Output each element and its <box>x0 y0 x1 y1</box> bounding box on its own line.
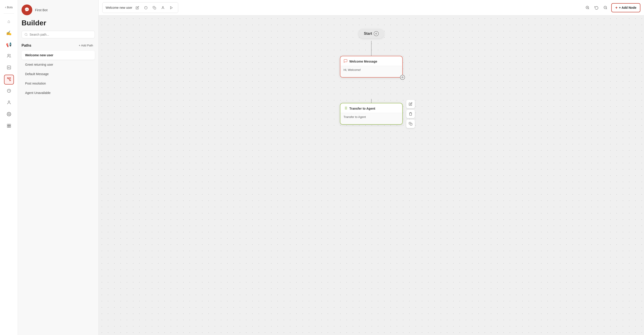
chat-icon: ✍ <box>6 30 12 36</box>
svg-point-25 <box>162 6 164 8</box>
svg-rect-24 <box>154 7 156 9</box>
node-delete-button[interactable] <box>406 110 415 118</box>
path-item-default-message[interactable]: Default Message <box>22 70 95 78</box>
reports-icon <box>7 65 11 71</box>
chevron-left-icon: ‹ <box>5 6 6 9</box>
svg-point-18 <box>27 9 28 10</box>
zoom-out-button[interactable] <box>602 4 610 12</box>
path-name-pill: Welcome new user <box>102 2 178 13</box>
transfer-agent-node[interactable]: Transfer to Agent Transfer to Agent <box>340 103 403 125</box>
svg-marker-26 <box>170 6 172 9</box>
sidebar-item-chat[interactable]: ✍ <box>4 28 14 38</box>
copy-node-icon <box>409 122 412 126</box>
user-assign-icon <box>161 6 164 10</box>
path-item-agent-unavailable[interactable]: Agent Unavailable <box>22 88 95 97</box>
sidebar-item-tips[interactable] <box>4 86 14 96</box>
edit-node-icon <box>409 102 412 106</box>
svg-line-20 <box>27 35 27 36</box>
back-bots-button[interactable]: ‹ Bots <box>0 4 18 11</box>
bot-logo <box>22 4 32 15</box>
zoom-in-button[interactable] <box>584 4 592 12</box>
icon-nav: ‹ Bots ⌂ ✍ 📢 <box>0 0 18 335</box>
connector-start-to-welcome <box>371 41 372 56</box>
flow-icon <box>7 77 11 82</box>
play-icon <box>170 6 173 10</box>
transfer-node-header: Transfer to Agent <box>340 103 402 113</box>
svg-point-19 <box>25 33 27 36</box>
svg-point-17 <box>26 9 26 10</box>
sidebar-item-settings[interactable] <box>4 110 14 120</box>
node-copy-button[interactable] <box>406 120 415 128</box>
assign-path-button[interactable] <box>160 4 166 11</box>
transfer-node-title: Transfer to Agent <box>349 107 375 110</box>
bot-name: First Bot <box>35 8 48 12</box>
main-area: Welcome new user <box>99 0 644 335</box>
delete-node-icon <box>409 112 412 116</box>
edit-path-button[interactable] <box>134 4 141 11</box>
welcome-message-node[interactable]: Welcome Message Hi, Welcome! <box>340 56 403 78</box>
transfer-node-icon <box>344 106 348 111</box>
search-icon <box>24 33 28 36</box>
edit-icon <box>136 6 139 10</box>
info-icon <box>144 6 148 10</box>
sidebar-item-agents[interactable] <box>4 98 14 108</box>
current-path-name: Welcome new user <box>106 6 132 10</box>
svg-point-7 <box>10 77 10 78</box>
sidebar-item-broadcast[interactable]: 📢 <box>4 40 14 50</box>
svg-line-32 <box>606 8 607 9</box>
sidebar: First Bot Builder Paths + Add Path Welco… <box>18 0 99 335</box>
svg-line-28 <box>588 8 589 9</box>
add-path-button[interactable]: + Add Path <box>77 43 95 48</box>
undo-button[interactable] <box>592 4 600 12</box>
paths-header: Paths + Add Path <box>22 43 95 48</box>
svg-rect-13 <box>7 124 9 126</box>
toolbar: Welcome new user <box>99 0 644 16</box>
bot-header: First Bot <box>22 4 95 15</box>
svg-point-12 <box>8 114 10 114</box>
paths-label: Paths <box>22 44 32 48</box>
page-title: Builder <box>22 19 95 27</box>
transfer-node-content: Transfer to Agent <box>344 115 366 118</box>
add-node-label: + Add Node <box>619 6 636 10</box>
output-dot-icon <box>402 76 404 78</box>
canvas: Start Welcome Message Hi, Wel <box>99 16 644 335</box>
path-item-greet-returning[interactable]: Greet returning user <box>22 60 95 69</box>
svg-rect-16 <box>9 126 10 127</box>
play-path-button[interactable] <box>168 4 175 11</box>
svg-rect-15 <box>7 126 9 127</box>
sidebar-item-reports[interactable] <box>4 63 14 73</box>
sidebar-item-home[interactable]: ⌂ <box>4 16 14 26</box>
sidebar-item-flow[interactable] <box>4 75 14 84</box>
copy-icon <box>153 6 156 10</box>
svg-line-9 <box>8 78 10 80</box>
svg-rect-14 <box>9 124 10 126</box>
welcome-node-title: Welcome Message <box>349 60 377 63</box>
svg-point-6 <box>10 80 10 81</box>
nav-divider <box>4 14 14 14</box>
message-node-icon <box>344 59 348 64</box>
zoom-in-icon <box>586 6 590 10</box>
path-list: Welcome new user Greet returning user De… <box>22 51 95 97</box>
welcome-node-content: Hi, Welcome! <box>344 68 361 72</box>
node-action-buttons <box>406 100 415 128</box>
path-item-welcome-new-user[interactable]: Welcome new user <box>22 51 95 60</box>
welcome-node-output-dot[interactable] <box>400 75 405 80</box>
add-node-button[interactable]: + + Add Node <box>611 3 640 12</box>
path-item-post-resolution[interactable]: Post resolution <box>22 79 95 88</box>
start-node: Start <box>358 29 384 38</box>
start-dot <box>374 31 379 36</box>
info-path-button[interactable] <box>142 4 149 11</box>
broadcast-icon: 📢 <box>6 42 12 47</box>
home-icon: ⌂ <box>8 19 10 24</box>
add-node-plus-icon: + <box>615 6 618 10</box>
integrations-icon <box>7 124 11 129</box>
sidebar-item-integrations[interactable] <box>4 121 14 131</box>
node-edit-button[interactable] <box>406 100 415 108</box>
svg-point-0 <box>8 54 9 56</box>
sidebar-item-contacts[interactable] <box>4 51 14 61</box>
svg-rect-44 <box>410 123 412 125</box>
search-input[interactable] <box>30 33 92 36</box>
search-box <box>22 31 95 38</box>
tips-icon <box>7 88 11 94</box>
copy-path-button[interactable] <box>151 4 158 11</box>
